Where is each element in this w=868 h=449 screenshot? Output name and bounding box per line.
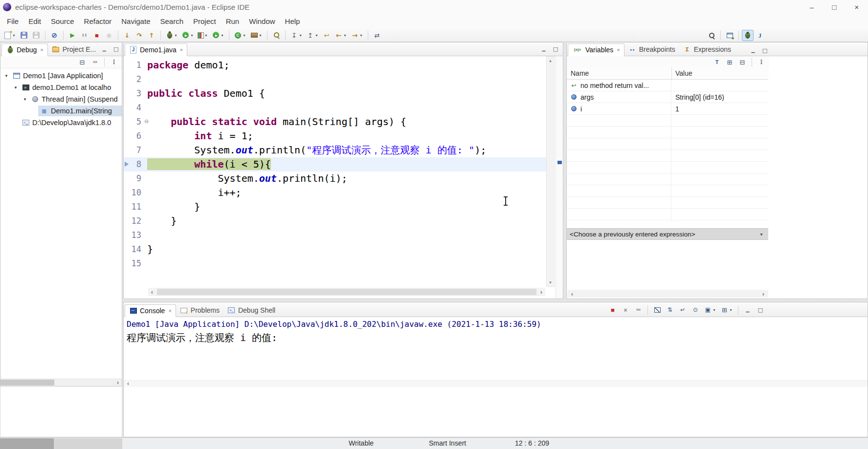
save-button[interactable]	[18, 30, 30, 41]
open-perspective-button[interactable]	[724, 30, 735, 41]
view-menu-button[interactable]	[756, 57, 767, 68]
save-all-button[interactable]	[30, 30, 42, 41]
tree-expander-icon[interactable]: ▾	[21, 97, 29, 102]
debug-view-tab-debug[interactable]: Debug×	[1, 43, 48, 56]
chevron-down-icon[interactable]	[757, 232, 765, 237]
menu-source[interactable]: Source	[46, 14, 79, 29]
scroll-left-icon[interactable]	[125, 381, 132, 387]
line-number[interactable]: 14	[124, 242, 143, 257]
close-tab-icon[interactable]: ×	[617, 47, 620, 53]
line-number[interactable]: 3	[124, 86, 143, 101]
code-line[interactable]: 1package demo1;	[124, 58, 546, 72]
variable-row[interactable]: i1	[567, 103, 768, 115]
debug-tree-item[interactable]: Demo1.main(String	[0, 105, 122, 117]
menu-file[interactable]: File	[2, 14, 23, 29]
editor-vscrollbar[interactable]	[546, 56, 555, 287]
debug-tree-item[interactable]: D:\Develop\Java\jdk1.8.0	[0, 117, 122, 128]
search-button[interactable]	[706, 30, 717, 41]
console-view-tab-problems[interactable]: Problems	[176, 304, 223, 317]
dropdown-arrow-icon[interactable]	[204, 33, 208, 38]
terminate-button[interactable]	[607, 304, 619, 316]
menu-edit[interactable]: Edit	[23, 14, 46, 29]
resume-button[interactable]	[67, 30, 78, 41]
dropdown-arrow-icon[interactable]	[12, 33, 16, 38]
code-line[interactable]: 6 int i = 1;	[124, 129, 546, 143]
debug-view-hscrollbar[interactable]	[0, 379, 122, 386]
debug-perspective-button[interactable]	[742, 30, 754, 41]
dropdown-arrow-icon[interactable]	[258, 33, 263, 38]
dropdown-arrow-icon[interactable]	[712, 308, 716, 312]
dropdown-arrow-icon[interactable]	[242, 33, 246, 38]
maximize-window-button[interactable]: □	[823, 0, 846, 14]
debug-tree-item[interactable]: ▾Thread [main] (Suspend	[0, 93, 122, 105]
step-into-button[interactable]	[121, 30, 133, 41]
code-line[interactable]: 5⊖ public static void main(String[] args…	[124, 115, 546, 129]
scroll-left-icon[interactable]	[568, 290, 576, 298]
line-number[interactable]: 5	[124, 115, 143, 129]
show-type-names-button[interactable]	[711, 57, 723, 68]
menu-window[interactable]: Window	[244, 14, 280, 29]
menu-run[interactable]: Run	[221, 14, 245, 29]
scroll-lock-button[interactable]	[664, 304, 676, 316]
close-tab-icon[interactable]: ×	[180, 47, 183, 53]
code-line[interactable]: 8 while(i < 5){	[124, 157, 546, 171]
code-line[interactable]: 14}	[124, 242, 546, 257]
tree-expander-icon[interactable]: ▾	[12, 85, 20, 90]
line-number[interactable]: 15	[124, 257, 143, 271]
dropdown-arrow-icon[interactable]	[174, 33, 178, 38]
scroll-right-icon[interactable]	[537, 288, 545, 296]
suspend-button[interactable]	[79, 30, 90, 41]
line-number[interactable]: 4	[124, 101, 143, 115]
pin-console-button[interactable]	[690, 304, 701, 316]
code-line[interactable]: 13	[124, 228, 546, 242]
scrollbar-thumb[interactable]	[157, 289, 536, 295]
debug-view-tab-project-e-[interactable]: Project E...	[48, 43, 100, 56]
minimize-view-button[interactable]	[100, 45, 109, 54]
variables-hscrollbar[interactable]	[567, 290, 768, 298]
run-button[interactable]	[180, 30, 196, 41]
skip-breakpoints-button[interactable]	[48, 30, 60, 41]
variables-view-tab-expressions[interactable]: Expressions	[679, 43, 735, 56]
line-number[interactable]: 11	[124, 200, 143, 214]
menu-search[interactable]: Search	[155, 14, 188, 29]
next-annotation-button[interactable]	[289, 30, 304, 41]
line-number[interactable]: 1	[124, 58, 143, 72]
column-header-value[interactable]: Value	[675, 67, 692, 80]
tree-expander-icon[interactable]: ▾	[2, 73, 10, 78]
show-logical-structures-button[interactable]	[724, 57, 735, 68]
code-line[interactable]: 3public class Demo1 {	[124, 86, 546, 101]
code-line[interactable]: 2	[124, 72, 546, 86]
variables-view-tab-variables[interactable]: Variables×	[568, 43, 624, 56]
new-class-button[interactable]	[232, 30, 248, 41]
code-line[interactable]: 15	[124, 257, 546, 271]
menu-help[interactable]: Help	[280, 14, 305, 29]
console-view-tab-console[interactable]: Console×	[125, 304, 176, 317]
minimize-window-button[interactable]: –	[801, 0, 823, 14]
minimize-button[interactable]	[742, 304, 754, 316]
code-line[interactable]: 9 System.out.println(i);	[124, 171, 546, 186]
scroll-up-icon[interactable]	[547, 57, 554, 64]
external-tools-button[interactable]	[210, 30, 226, 41]
minimize-view-button[interactable]	[749, 46, 757, 55]
fold-marker-icon[interactable]: ⊖	[144, 119, 149, 124]
display-console-button[interactable]	[702, 304, 718, 316]
prev-annotation-button[interactable]	[305, 30, 320, 41]
step-return-button[interactable]	[146, 30, 157, 41]
maximize-view-button[interactable]	[111, 45, 120, 54]
dropdown-arrow-icon[interactable]	[729, 308, 733, 312]
collapse-all-button[interactable]	[736, 57, 748, 68]
line-number[interactable]: 10	[124, 186, 143, 200]
dropdown-arrow-icon[interactable]	[220, 33, 224, 38]
expression-bar[interactable]: <Choose a previously entered expression>	[567, 228, 768, 240]
menu-refactor[interactable]: Refactor	[79, 14, 117, 29]
open-console-button[interactable]	[719, 304, 734, 316]
line-number[interactable]: 2	[124, 72, 143, 86]
line-number[interactable]: 7	[124, 143, 143, 157]
scroll-down-icon[interactable]	[547, 278, 554, 286]
dropdown-arrow-icon[interactable]	[359, 33, 363, 38]
menu-navigate[interactable]: Navigate	[116, 14, 155, 29]
search-flashlight-button[interactable]	[270, 30, 282, 41]
minimize-view-button[interactable]	[539, 45, 548, 54]
maximize-view-button[interactable]	[760, 46, 769, 55]
variable-row[interactable]: no method return val...	[567, 80, 768, 91]
